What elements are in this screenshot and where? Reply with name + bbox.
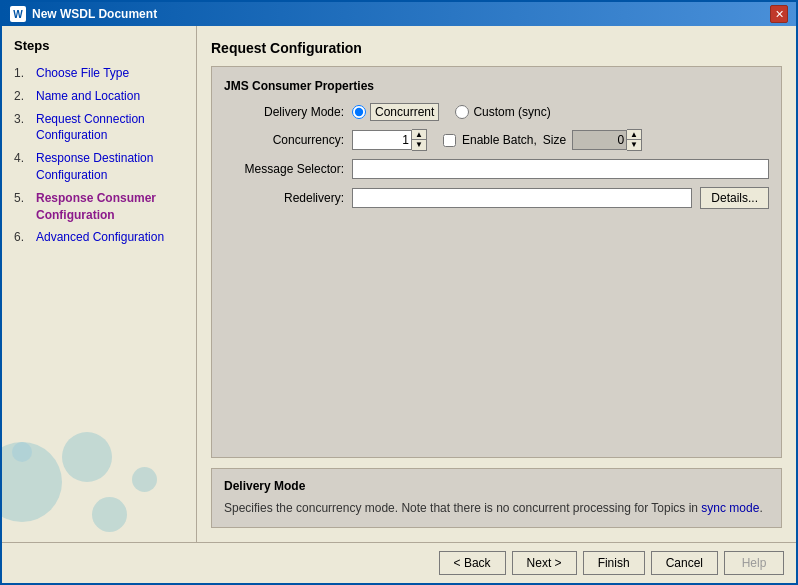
step-item-3: 3. Request Connection Configuration	[14, 111, 184, 145]
step-item-6: 6. Advanced Configuration	[14, 229, 184, 246]
window-icon: W	[10, 6, 26, 22]
step-list: 1. Choose File Type 2. Name and Location…	[14, 65, 184, 246]
info-panel: Delivery Mode Specifies the concurrency …	[211, 468, 782, 528]
redelivery-row: Redelivery: Details...	[224, 187, 769, 209]
size-spinner: ▲ ▼	[572, 129, 642, 151]
enable-batch-group: Enable Batch, Size ▲ ▼	[443, 129, 642, 151]
step-num-1: 1.	[14, 65, 30, 82]
concurrency-spinner: ▲ ▼	[352, 129, 427, 151]
step-item-1: 1. Choose File Type	[14, 65, 184, 82]
content-area: Steps 1. Choose File Type 2. Name and Lo…	[2, 26, 796, 542]
concurrent-option[interactable]: Concurrent	[352, 103, 439, 121]
size-down-btn[interactable]: ▼	[627, 140, 641, 150]
close-button[interactable]: ✕	[770, 5, 788, 23]
step-item-2: 2. Name and Location	[14, 88, 184, 105]
concurrency-input[interactable]	[352, 130, 412, 150]
enable-batch-checkbox[interactable]	[443, 134, 456, 147]
custom-sync-radio[interactable]	[455, 105, 469, 119]
finish-button[interactable]: Finish	[583, 551, 645, 575]
info-text-highlight: sync mode	[701, 501, 759, 515]
step-label-3[interactable]: Request Connection Configuration	[36, 111, 184, 145]
concurrency-down-btn[interactable]: ▼	[412, 140, 426, 150]
enable-batch-label: Enable Batch,	[462, 133, 537, 147]
message-selector-input[interactable]	[352, 159, 769, 179]
redelivery-input[interactable]	[352, 188, 692, 208]
footer: < Back Next > Finish Cancel Help	[2, 542, 796, 583]
delivery-mode-label: Delivery Mode:	[224, 105, 344, 119]
sidebar: Steps 1. Choose File Type 2. Name and Lo…	[2, 26, 197, 542]
step-item-4: 4. Response Destination Configuration	[14, 150, 184, 184]
concurrency-row: Concurrency: ▲ ▼ Enable Batch, Size	[224, 129, 769, 151]
message-selector-row: Message Selector:	[224, 159, 769, 179]
section-title: Request Configuration	[211, 40, 782, 56]
step-num-3: 3.	[14, 111, 30, 128]
redelivery-label: Redelivery:	[224, 191, 344, 205]
size-up-btn[interactable]: ▲	[627, 130, 641, 140]
step-num-6: 6.	[14, 229, 30, 246]
size-input[interactable]	[572, 130, 627, 150]
next-button[interactable]: Next >	[512, 551, 577, 575]
step-num-4: 4.	[14, 150, 30, 167]
step-item-5: 5. Response Consumer Configuration	[14, 190, 184, 224]
info-title: Delivery Mode	[224, 479, 769, 493]
window-title: New WSDL Document	[32, 7, 157, 21]
back-button[interactable]: < Back	[439, 551, 506, 575]
jms-properties-panel: JMS Consumer Properties Delivery Mode: C…	[211, 66, 782, 458]
concurrency-up-btn[interactable]: ▲	[412, 130, 426, 140]
sidebar-title: Steps	[14, 38, 184, 53]
step-num-2: 2.	[14, 88, 30, 105]
cancel-button[interactable]: Cancel	[651, 551, 718, 575]
step-label-2[interactable]: Name and Location	[36, 88, 140, 105]
main-window: W New WSDL Document ✕ Steps 1. Choose Fi…	[0, 0, 798, 585]
delivery-mode-radio-group: Concurrent Custom (sync)	[352, 103, 551, 121]
info-text-normal: Specifies the concurrency mode. Note tha…	[224, 501, 701, 515]
concurrent-radio[interactable]	[352, 105, 366, 119]
info-text: Specifies the concurrency mode. Note tha…	[224, 499, 769, 517]
concurrency-spinner-btns: ▲ ▼	[412, 129, 427, 151]
delivery-mode-row: Delivery Mode: Concurrent Custom (sync)	[224, 103, 769, 121]
step-label-5: Response Consumer Configuration	[36, 190, 184, 224]
size-spinner-btns: ▲ ▼	[627, 129, 642, 151]
step-num-5: 5.	[14, 190, 30, 207]
step-label-1[interactable]: Choose File Type	[36, 65, 129, 82]
concurrency-label: Concurrency:	[224, 133, 344, 147]
step-label-4[interactable]: Response Destination Configuration	[36, 150, 184, 184]
size-label: Size	[543, 133, 566, 147]
custom-sync-option[interactable]: Custom (sync)	[455, 105, 550, 119]
custom-sync-label: Custom (sync)	[473, 105, 550, 119]
panel-title: JMS Consumer Properties	[224, 79, 769, 93]
sidebar-decoration	[2, 422, 196, 542]
concurrent-label: Concurrent	[370, 103, 439, 121]
details-button[interactable]: Details...	[700, 187, 769, 209]
title-bar: W New WSDL Document ✕	[2, 2, 796, 26]
message-selector-label: Message Selector:	[224, 162, 344, 176]
help-button[interactable]: Help	[724, 551, 784, 575]
step-label-6[interactable]: Advanced Configuration	[36, 229, 164, 246]
main-content: Request Configuration JMS Consumer Prope…	[197, 26, 796, 542]
info-text-end: .	[759, 501, 762, 515]
title-bar-left: W New WSDL Document	[10, 6, 157, 22]
